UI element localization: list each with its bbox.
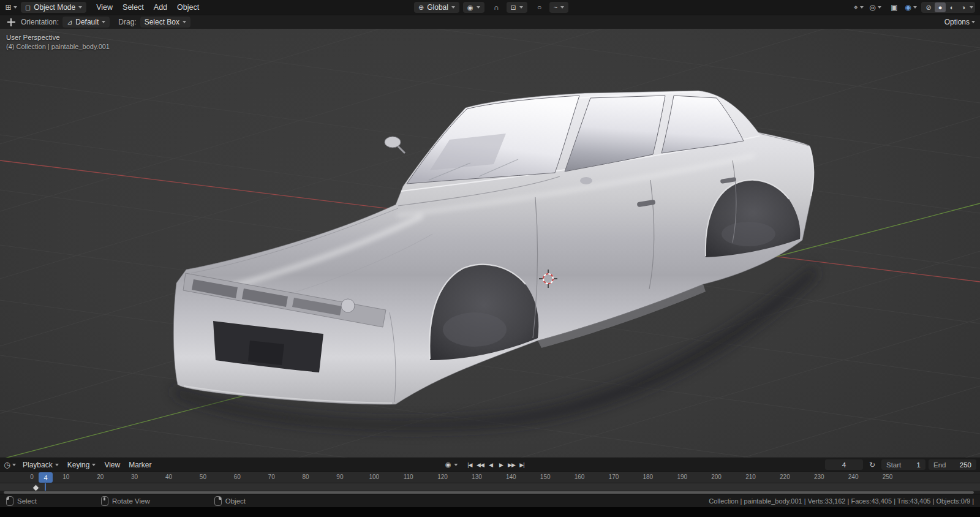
frame-tick-label: 110 bbox=[399, 474, 418, 480]
frame-tick-label: 220 bbox=[775, 474, 794, 480]
side-mirror-stalk bbox=[398, 146, 405, 153]
menu-item[interactable]: Add bbox=[149, 2, 172, 13]
status-rotate-label: Rotate View bbox=[112, 497, 150, 505]
status-select-hint: Select bbox=[6, 496, 37, 506]
car-model[interactable] bbox=[172, 91, 818, 431]
overlays-icon: ◎ bbox=[869, 3, 875, 12]
shading-wireframe-button[interactable]: ⊘ bbox=[923, 2, 934, 12]
prev-keyframe-button[interactable]: ◀◀ bbox=[475, 459, 484, 470]
pivot-point-dropdown[interactable]: ◉ bbox=[463, 2, 484, 13]
header-menus: ViewSelectAddObject bbox=[91, 2, 204, 13]
start-value: 1 bbox=[917, 461, 921, 469]
timeline-ruler[interactable]: 0102030405060708090100110120130140150160… bbox=[0, 471, 980, 483]
arch-rear-inner bbox=[722, 222, 775, 246]
sync-range-button[interactable]: ↻ bbox=[866, 459, 878, 470]
jump-to-start-button[interactable]: |◀ bbox=[465, 459, 474, 470]
tool-settings-bar: Orientation: ⊿ Default Drag: Select Box … bbox=[0, 15, 980, 29]
frame-start-field[interactable]: Start 1 bbox=[881, 459, 925, 470]
menu-item[interactable]: View bbox=[91, 2, 118, 13]
status-select-label: Select bbox=[17, 497, 37, 505]
chevron-down-icon bbox=[477, 6, 480, 9]
frame-tick-label: 30 bbox=[125, 474, 145, 480]
options-dropdown[interactable]: Options bbox=[944, 17, 975, 28]
current-frame-field[interactable]: 4 bbox=[825, 459, 863, 470]
axes-icon: ⊿ bbox=[67, 19, 72, 26]
scene-statistics: Collection | paintable_body.001 | Verts:… bbox=[709, 497, 974, 505]
menu-item[interactable]: Object bbox=[172, 2, 204, 13]
material-preview-button[interactable]: ◉ bbox=[905, 2, 917, 13]
end-value: 250 bbox=[960, 461, 971, 469]
toggle-xray-button[interactable]: ▣ bbox=[888, 2, 900, 13]
chevron-down-icon bbox=[560, 6, 564, 9]
refresh-icon: ↻ bbox=[869, 461, 875, 469]
snap-settings-dropdown[interactable]: ⊡ bbox=[507, 2, 527, 13]
chevron-down-icon bbox=[13, 6, 17, 9]
mouse-left-icon bbox=[6, 496, 13, 506]
status-bar: Select Rotate View Object Collection | p… bbox=[0, 494, 980, 507]
frame-tick-label: 130 bbox=[467, 474, 486, 480]
transform-orientation-dropdown[interactable]: ⊕ Global bbox=[414, 2, 459, 13]
drag-mode-dropdown[interactable]: Select Box bbox=[140, 17, 190, 28]
active-tool-button[interactable] bbox=[5, 17, 17, 28]
next-keyframe-button[interactable]: ▶▶ bbox=[507, 459, 516, 470]
magnet-icon: ∩ bbox=[494, 3, 499, 12]
shading-material-button[interactable]: ◐ bbox=[946, 2, 957, 12]
timeline-menu[interactable]: Playback bbox=[18, 460, 63, 470]
shading-solid-button[interactable]: ● bbox=[935, 2, 946, 12]
frame-tick-label: 50 bbox=[193, 474, 213, 480]
viewport-header: ⊞ ◻ Object Mode ViewSelectAddObject ⊕ Gl… bbox=[0, 0, 980, 15]
mouse-right-icon bbox=[214, 496, 222, 506]
status-object-label: Object bbox=[225, 497, 246, 505]
frame-tick-label: 90 bbox=[330, 474, 350, 480]
play-button[interactable]: ▶ bbox=[496, 459, 505, 470]
timeline-header: ◷ Playback Keying ViewMarker ◉ |◀ ◀◀ ◀ ▶… bbox=[0, 458, 980, 471]
drag-label: Drag: bbox=[118, 18, 136, 26]
chevron-down-icon[interactable] bbox=[454, 464, 458, 466]
proportional-editing-icon: ○ bbox=[537, 3, 541, 12]
headlight-round bbox=[341, 299, 355, 312]
snap-toggle[interactable]: ∩ bbox=[491, 2, 503, 13]
end-label: End bbox=[933, 461, 946, 469]
xray-icon: ▣ bbox=[891, 3, 897, 12]
object-mode-icon: ◻ bbox=[25, 4, 31, 11]
solid-shading-icon: ● bbox=[938, 4, 943, 11]
play-reverse-button[interactable]: ◀ bbox=[486, 459, 495, 470]
show-overlays-button[interactable]: ◎ bbox=[869, 2, 881, 13]
chevron-down-icon[interactable] bbox=[970, 6, 973, 9]
editor-type-button[interactable]: ⊞ bbox=[5, 2, 17, 13]
editor-3d-viewport-icon: ⊞ bbox=[5, 3, 11, 12]
viewport-canvas[interactable] bbox=[0, 29, 980, 458]
timeline-menu[interactable]: Keying bbox=[63, 460, 100, 470]
chevron-down-icon bbox=[92, 464, 96, 466]
frame-tick-label: 170 bbox=[604, 474, 624, 480]
timeline-menu[interactable]: View bbox=[100, 460, 124, 470]
frame-tick-label: 250 bbox=[878, 474, 897, 480]
material-shading-icon: ◐ bbox=[950, 4, 954, 11]
chevron-down-icon bbox=[451, 6, 455, 9]
menu-item[interactable]: Select bbox=[118, 2, 149, 13]
playhead[interactable]: 4 bbox=[39, 472, 53, 483]
timeline-editor-type-button[interactable]: ◷ bbox=[4, 459, 16, 470]
side-mirror bbox=[385, 137, 401, 148]
frame-tick-label: 160 bbox=[570, 474, 589, 480]
tool-orientation-dropdown[interactable]: ⊿ Default bbox=[62, 17, 110, 28]
viewport-3d[interactable]: User Perspective (4) Collection | painta… bbox=[0, 29, 980, 458]
jump-to-end-button[interactable]: ▶| bbox=[517, 459, 526, 470]
shading-rendered-button[interactable]: ◑ bbox=[958, 2, 969, 12]
frame-tick-label: 20 bbox=[91, 474, 110, 480]
timeline-menu[interactable]: Marker bbox=[124, 460, 156, 470]
playback-controls: ◉ |◀ ◀◀ ◀ ▶ ▶▶ ▶| bbox=[443, 458, 526, 471]
chevron-down-icon bbox=[183, 21, 186, 23]
auto-keying-button[interactable]: ◉ bbox=[443, 459, 453, 470]
timeline-track[interactable] bbox=[0, 483, 980, 491]
frame-end-field[interactable]: End 250 bbox=[929, 459, 976, 470]
mode-selector[interactable]: ◻ Object Mode bbox=[21, 2, 86, 13]
frame-tick-label: 60 bbox=[227, 474, 247, 480]
show-gizmo-button[interactable]: ⌖ bbox=[853, 2, 865, 13]
proportional-editing-toggle[interactable]: ○ bbox=[533, 2, 546, 13]
rendered-shading-icon: ◑ bbox=[962, 4, 966, 11]
clock-icon: ◷ bbox=[4, 461, 10, 469]
move-tool-icon bbox=[7, 18, 15, 26]
proportional-falloff-dropdown[interactable]: ~ bbox=[549, 2, 568, 13]
active-object-label: (4) Collection | paintable_body.001 bbox=[6, 43, 110, 50]
